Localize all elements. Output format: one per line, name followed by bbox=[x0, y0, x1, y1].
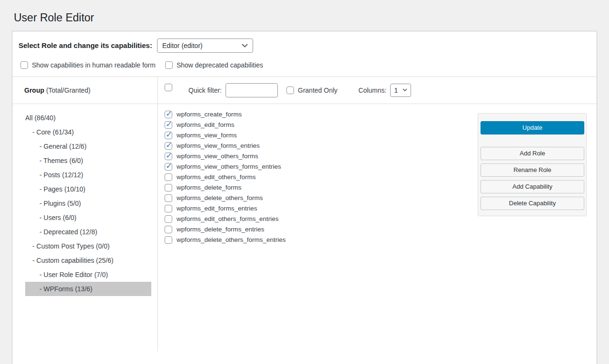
capability-label: wpforms_edit_others_forms_entries bbox=[177, 215, 279, 222]
group-tree-item[interactable]: - Custom capabilities (25/6) bbox=[25, 253, 151, 268]
capability-checkbox[interactable] bbox=[165, 111, 172, 118]
add-capability-button[interactable]: Add Capability bbox=[481, 180, 584, 193]
capability-row[interactable]: wpforms_edit_others_forms bbox=[165, 173, 286, 181]
capability-label: wpforms_create_forms bbox=[177, 111, 242, 118]
group-tree-item[interactable]: - Custom Post Types (0/0) bbox=[25, 239, 151, 253]
capability-label: wpforms_delete_forms_entries bbox=[177, 226, 265, 233]
group-tree-item[interactable]: - Themes (6/0) bbox=[25, 153, 151, 168]
group-tree-item[interactable]: - Pages (10/10) bbox=[25, 182, 151, 196]
capability-checkbox[interactable] bbox=[165, 163, 172, 171]
capability-row[interactable]: wpforms_delete_others_forms_entries bbox=[165, 236, 286, 244]
capability-checkbox[interactable] bbox=[165, 132, 172, 139]
capability-row[interactable]: wpforms_edit_forms_entries bbox=[165, 205, 286, 212]
show-human-readable-checkbox[interactable] bbox=[20, 61, 28, 69]
capability-row[interactable]: wpforms_view_forms bbox=[165, 132, 286, 139]
granted-only-checkbox[interactable] bbox=[286, 86, 294, 94]
rename-role-button[interactable]: Rename Role bbox=[481, 163, 584, 177]
show-human-readable-label: Show capabilities in human readable form bbox=[32, 61, 156, 69]
capability-row[interactable]: wpforms_view_others_forms bbox=[165, 153, 286, 160]
chevron-down-icon bbox=[242, 44, 248, 48]
capability-label: wpforms_view_others_forms_entries bbox=[177, 163, 281, 170]
show-deprecated-label: Show deprecated capabilities bbox=[177, 61, 263, 69]
group-tree-item[interactable]: All (86/40) bbox=[25, 111, 151, 125]
capability-row[interactable]: wpforms_delete_others_forms bbox=[165, 194, 286, 202]
select-role-label: Select Role and change its capabilities: bbox=[19, 41, 152, 49]
group-tree-item[interactable]: - WPForms (13/6) bbox=[25, 282, 151, 296]
page-title: User Role Editor bbox=[0, 0, 609, 31]
quick-filter-input[interactable] bbox=[226, 83, 278, 97]
capability-checkbox[interactable] bbox=[165, 121, 172, 129]
capability-label: wpforms_edit_others_forms bbox=[177, 173, 256, 181]
capability-row[interactable]: wpforms_edit_forms bbox=[165, 121, 286, 129]
capability-row[interactable]: wpforms_edit_others_forms_entries bbox=[165, 215, 286, 223]
capability-label: wpforms_view_forms bbox=[177, 132, 237, 139]
add-role-button[interactable]: Add Role bbox=[481, 147, 584, 160]
group-tree-item[interactable]: - General (12/6) bbox=[25, 139, 151, 153]
capability-row[interactable]: wpforms_delete_forms_entries bbox=[165, 226, 286, 233]
columns-select-value: 1 bbox=[394, 86, 398, 94]
capability-label: wpforms_view_forms_entries bbox=[177, 142, 260, 149]
capability-checkbox[interactable] bbox=[165, 215, 172, 223]
capability-label: wpforms_view_others_forms bbox=[177, 153, 258, 160]
capability-label: wpforms_delete_others_forms_entries bbox=[177, 236, 286, 243]
actions-panel: Update Add Role Rename Role Add Capabili… bbox=[478, 113, 587, 216]
show-deprecated-checkbox[interactable] bbox=[165, 61, 173, 69]
role-select-value: Editor (editor) bbox=[162, 42, 203, 49]
capability-row[interactable]: wpforms_delete_forms bbox=[165, 184, 286, 192]
user-role-editor-panel: Select Role and change its capabilities:… bbox=[12, 31, 597, 364]
select-all-checkbox[interactable] bbox=[165, 84, 172, 91]
capability-label: wpforms_delete_others_forms bbox=[177, 194, 263, 201]
capability-checkbox[interactable] bbox=[165, 236, 172, 244]
quick-filter-label: Quick filter: bbox=[188, 86, 222, 94]
group-tree-item[interactable]: - Deprecated (12/8) bbox=[25, 225, 151, 239]
capability-checkbox[interactable] bbox=[165, 205, 172, 212]
display-options-row: Show capabilities in human readable form… bbox=[12, 53, 597, 77]
capability-row[interactable]: wpforms_view_forms_entries bbox=[165, 142, 286, 150]
group-tree-item[interactable]: - User Role Editor (7/0) bbox=[25, 268, 151, 282]
group-column-header: Group (Total/Granted) bbox=[12, 77, 158, 104]
group-tree-item[interactable]: - Users (6/0) bbox=[25, 211, 151, 225]
capability-checkbox[interactable] bbox=[165, 173, 172, 181]
group-total-granted-label: (Total/Granted) bbox=[44, 86, 90, 94]
chevron-down-icon bbox=[403, 88, 407, 92]
group-tree-item[interactable]: - Plugins (5/0) bbox=[25, 196, 151, 211]
main-content: All (86/40)- Core (61/34)- General (12/6… bbox=[12, 104, 597, 351]
role-select-row: Select Role and change its capabilities:… bbox=[12, 31, 597, 53]
capability-label: wpforms_edit_forms_entries bbox=[177, 205, 257, 212]
capability-checkbox[interactable] bbox=[165, 184, 172, 192]
capability-row[interactable]: wpforms_create_forms bbox=[165, 111, 286, 118]
delete-capability-button[interactable]: Delete Capability bbox=[481, 197, 584, 210]
filter-row: Group (Total/Granted) Quick filter: Gran… bbox=[12, 77, 597, 104]
group-tree-item[interactable]: - Posts (12/12) bbox=[25, 168, 151, 182]
columns-select[interactable]: 1 bbox=[390, 84, 411, 97]
capability-checkbox[interactable] bbox=[165, 194, 172, 202]
capabilities-list: wpforms_create_formswpforms_edit_formswp… bbox=[165, 111, 286, 247]
granted-only-label: Granted Only bbox=[298, 86, 337, 94]
capabilities-area: wpforms_create_formswpforms_edit_formswp… bbox=[158, 104, 597, 351]
capability-label: wpforms_edit_forms bbox=[177, 121, 235, 128]
columns-label: Columns: bbox=[358, 86, 386, 94]
capability-label: wpforms_delete_forms bbox=[177, 184, 242, 191]
capability-checkbox[interactable] bbox=[165, 153, 172, 160]
group-tree: All (86/40)- Core (61/34)- General (12/6… bbox=[12, 104, 158, 351]
capability-row[interactable]: wpforms_view_others_forms_entries bbox=[165, 163, 286, 171]
capability-checkbox[interactable] bbox=[165, 226, 172, 233]
update-button[interactable]: Update bbox=[481, 121, 584, 134]
group-label: Group bbox=[24, 86, 44, 94]
capability-checkbox[interactable] bbox=[165, 142, 172, 150]
role-select[interactable]: Editor (editor) bbox=[157, 38, 253, 53]
quick-filter-bar: Quick filter: Granted Only Columns: 1 bbox=[158, 77, 597, 104]
group-tree-item[interactable]: - Core (61/34) bbox=[25, 125, 151, 139]
